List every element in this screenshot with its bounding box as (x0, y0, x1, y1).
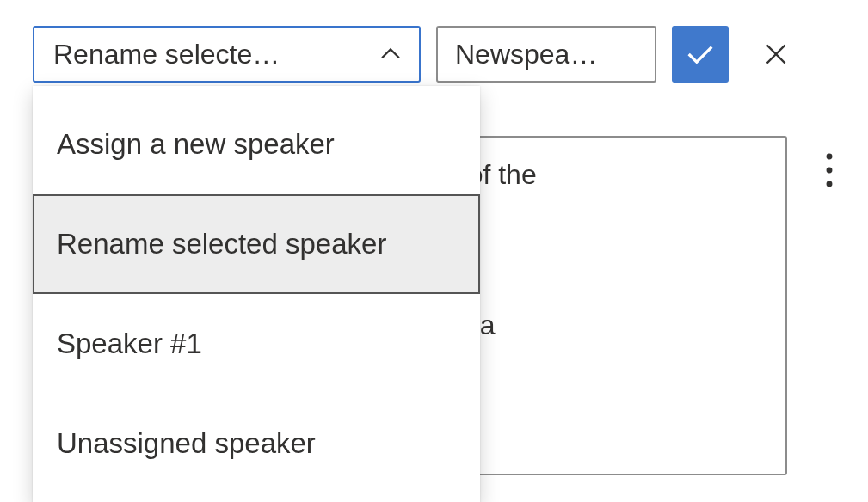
speaker-action-dropdown[interactable]: Rename selecte… (33, 26, 421, 83)
toolbar: Rename selecte… (0, 0, 868, 83)
menu-item-unassigned-speaker[interactable]: Unassigned speaker (33, 394, 480, 493)
svg-point-4 (827, 181, 833, 187)
menu-item-assign-new-speaker[interactable]: Assign a new speaker (33, 95, 480, 194)
menu-item-label: Assign a new speaker (57, 128, 335, 161)
speaker-action-menu: Assign a new speaker Rename selected spe… (33, 86, 480, 502)
more-options-button[interactable] (808, 144, 851, 196)
checkmark-icon (683, 37, 717, 71)
speaker-name-input[interactable] (436, 26, 656, 83)
confirm-button[interactable] (672, 26, 729, 83)
menu-item-rename-selected-speaker[interactable]: Rename selected speaker (33, 194, 480, 294)
menu-item-label: Rename selected speaker (57, 228, 386, 260)
menu-item-speaker-1[interactable]: Speaker #1 (33, 294, 480, 394)
chevron-up-icon (376, 40, 405, 69)
svg-point-3 (827, 168, 833, 174)
dropdown-label: Rename selecte… (53, 39, 280, 70)
cancel-button[interactable] (748, 26, 804, 83)
close-icon (760, 39, 791, 70)
menu-item-label: Speaker #1 (57, 328, 202, 360)
more-vertical-icon (825, 153, 834, 187)
svg-point-2 (827, 154, 833, 160)
menu-item-label: Unassigned speaker (57, 427, 316, 460)
